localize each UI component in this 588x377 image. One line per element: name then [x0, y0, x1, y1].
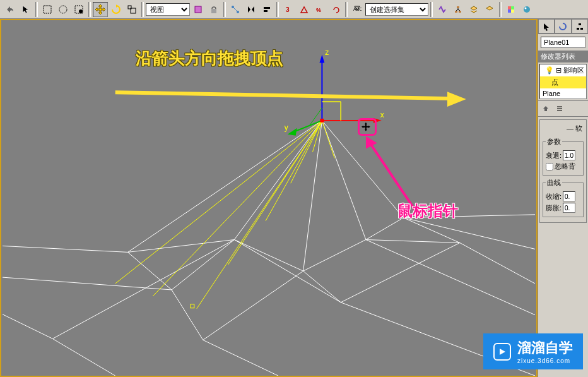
svg-line-49 — [128, 252, 172, 290]
svg-rect-16 — [457, 6, 459, 8]
track-view-icon[interactable] — [435, 2, 450, 17]
soft-selection-rollout: — 软 参数 衰退: 忽略背 曲线 收缩: 膨胀: — [539, 119, 587, 223]
svg-rect-65 — [191, 304, 194, 308]
svg-line-58 — [153, 121, 322, 296]
selection-lock-icon[interactable] — [206, 2, 221, 17]
curve-legend: 曲线 — [546, 178, 562, 188]
pinch-spinner[interactable] — [563, 191, 575, 201]
svg-rect-84 — [577, 28, 579, 30]
svg-marker-67 — [319, 55, 324, 63]
main-area: x y z — [0, 19, 538, 377]
align-icon[interactable] — [259, 2, 274, 17]
svg-line-32 — [3, 277, 172, 290]
svg-line-34 — [172, 290, 203, 340]
lightbulb-icon: 💡 — [545, 66, 554, 74]
scale-button[interactable] — [124, 2, 139, 17]
ik-icon[interactable] — [228, 2, 243, 17]
svg-line-44 — [203, 340, 278, 376]
named-selset-icon[interactable]: ABC — [350, 2, 365, 17]
svg-rect-17 — [455, 11, 457, 13]
select-region-circle-icon[interactable] — [56, 2, 71, 17]
perspective-viewport[interactable]: x y z — [0, 19, 538, 377]
rollout-title: — 软 — [543, 123, 584, 135]
svg-line-45 — [52, 338, 115, 376]
watermark-url: zixue.3d66.com — [517, 357, 573, 364]
svg-line-56 — [128, 121, 322, 253]
svg-rect-23 — [511, 6, 514, 9]
spinner-snap-icon[interactable] — [328, 2, 343, 17]
svg-rect-6 — [195, 6, 201, 13]
svg-rect-11 — [264, 7, 270, 9]
svg-text:z: z — [325, 48, 329, 57]
params-legend: 参数 — [546, 137, 562, 147]
svg-line-30 — [341, 242, 460, 302]
create-tab-icon[interactable] — [538, 19, 555, 33]
modifier-stack[interactable]: 💡 ⊟ 影响区 点 Plane — [539, 64, 587, 99]
stack-item-modifier[interactable]: 💡 ⊟ 影响区 — [540, 64, 586, 76]
pin-stack-icon[interactable] — [539, 102, 552, 115]
percent-snap-icon[interactable]: % — [312, 2, 327, 17]
watermark: 溜溜自学 zixue.3d66.com — [483, 333, 583, 369]
bubble-spinner[interactable] — [563, 203, 575, 213]
stack-item-subobject[interactable]: 点 — [540, 76, 586, 88]
select-icon[interactable] — [18, 2, 33, 17]
svg-line-21 — [458, 9, 460, 11]
layers-icon[interactable] — [466, 2, 481, 17]
ignore-backfacing-checkbox[interactable] — [546, 163, 553, 171]
selection-set-combo[interactable]: 创建选择集 — [365, 3, 428, 16]
reference-coord-combo[interactable]: 视图 — [146, 3, 190, 16]
svg-rect-78 — [320, 119, 324, 123]
falloff-label: 衰退: — [546, 151, 562, 160]
modify-tab-icon[interactable] — [555, 19, 571, 33]
svg-line-50 — [403, 215, 535, 218]
svg-line-79 — [115, 92, 454, 99]
svg-marker-89 — [500, 349, 505, 355]
svg-line-42 — [460, 242, 535, 284]
angle-snap-icon[interactable] — [297, 2, 312, 17]
select-region-rect-icon[interactable] — [40, 2, 55, 17]
svg-line-40 — [403, 218, 459, 243]
render-scene-icon[interactable] — [519, 2, 534, 17]
svg-rect-83 — [579, 23, 581, 25]
show-end-result-icon[interactable] — [553, 102, 566, 115]
stack-item-base[interactable]: Plane — [540, 88, 586, 99]
svg-line-39 — [366, 218, 404, 240]
svg-point-3 — [79, 9, 83, 13]
pivot-center-icon[interactable] — [191, 2, 206, 17]
layers-mgr-icon[interactable] — [482, 2, 497, 17]
mirror-icon[interactable] — [244, 2, 259, 17]
rotate-button[interactable] — [109, 2, 124, 17]
svg-line-36 — [303, 271, 341, 302]
svg-line-35 — [203, 271, 303, 340]
svg-rect-22 — [508, 6, 511, 9]
main-toolbar: 视图 3 % ABC 创建选择集 — [0, 0, 588, 19]
watermark-title: 溜溜自学 — [517, 338, 573, 357]
hierarchy-tab-icon[interactable] — [572, 19, 588, 33]
svg-line-55 — [322, 121, 403, 218]
svg-rect-12 — [264, 10, 268, 12]
pinch-label: 收缩: — [546, 192, 562, 201]
play-icon — [493, 343, 511, 361]
svg-rect-7 — [211, 9, 216, 13]
svg-text:x: x — [380, 111, 384, 119]
move-button[interactable] — [93, 2, 108, 17]
svg-line-53 — [303, 121, 322, 271]
snap-toggle-icon[interactable]: 3 — [281, 2, 296, 17]
command-panel: Plane01 修改器列表 💡 ⊟ 影响区 点 Plane — 软 参数 衰退:… — [538, 19, 588, 377]
svg-point-1 — [59, 6, 67, 13]
svg-rect-24 — [508, 9, 511, 13]
schematic-view-icon[interactable] — [450, 2, 466, 17]
svg-line-60 — [228, 121, 322, 265]
svg-text:3: 3 — [286, 6, 290, 13]
svg-rect-18 — [459, 11, 461, 13]
undo-button[interactable] — [3, 2, 18, 17]
svg-line-41 — [403, 218, 535, 249]
svg-marker-80 — [447, 92, 466, 107]
select-region-fence-icon[interactable] — [71, 2, 86, 17]
object-name-field[interactable]: Plane01 — [541, 37, 585, 48]
svg-point-26 — [524, 6, 530, 13]
svg-rect-0 — [44, 6, 51, 13]
material-editor-icon[interactable] — [503, 2, 519, 17]
svg-line-64 — [322, 121, 334, 159]
falloff-spinner[interactable] — [563, 150, 575, 160]
